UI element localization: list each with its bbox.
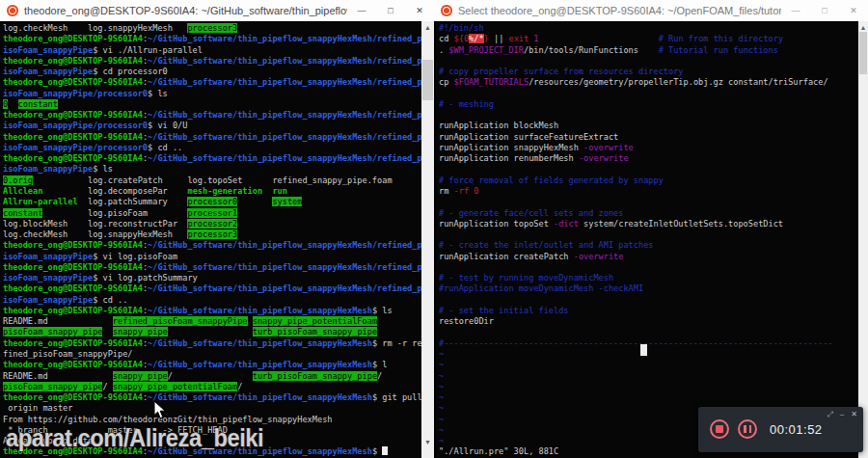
- terminal-line: theodore_ong@DESKTOP-9S60IA4:~/GitHub_so…: [3, 392, 421, 403]
- window-title: Select theodore_ong@DESKTOP-9S60IA4: ~/O…: [458, 5, 781, 16]
- terminal-line: runApplication createPatch -overwrite: [439, 252, 858, 262]
- right-scrollbar[interactable]: ▲: [858, 21, 868, 458]
- terminal-line: [439, 295, 858, 306]
- close-button[interactable]: ✕: [405, 0, 434, 21]
- recording-time: 00:01:52: [770, 422, 823, 437]
- minimize-button[interactable]: —: [347, 0, 376, 21]
- pause-icon: [744, 425, 751, 433]
- terminal-line: [439, 164, 858, 175]
- terminal-line: runApplication snappyHexMesh -overwrite: [439, 143, 858, 153]
- terminal-line: # - test by running moveDynamicMesh: [439, 273, 858, 283]
- window-controls: — □ ✕: [347, 0, 434, 21]
- terminal-line: [439, 56, 858, 67]
- terminal-line: rm -rf 0: [439, 186, 858, 197]
- terminal-line: pisoFoam_snappy_pipe/ snappy_pipe_potent…: [3, 382, 421, 392]
- left-scrollbar[interactable]: ▲ ▼: [421, 21, 434, 458]
- terminal-line: theodore_ong@DESKTOP-9S60IA4:~/GitHub_so…: [3, 34, 421, 44]
- scrollbar-thumb[interactable]: [422, 60, 433, 100]
- terminal-line: # - generate face/cell sets and zones: [439, 208, 858, 219]
- terminal-line: theodore_ong@DESKTOP-9S60IA4:~/GitHub_so…: [3, 360, 421, 370]
- terminal-line: Allrun-parallel log.patchSummary process…: [3, 197, 421, 207]
- terminal-line: theodore_ong@DESKTOP-9S60IA4:~/GitHub_so…: [3, 240, 421, 251]
- terminal-line: ~: [439, 371, 858, 382]
- terminal-line: theodore_ong@DESKTOP-9S60IA4:~/GitHub_so…: [3, 132, 421, 143]
- terminal-line: [439, 327, 858, 337]
- terminal-line: # - create the inlet/outlet and AMI patc…: [439, 240, 858, 251]
- terminal-line: theodore_ong@DESKTOP-9S60IA4:~/GitHub_so…: [3, 77, 421, 88]
- terminal-line: cp $FOAM_TUTORIALS/resources/geometry/pr…: [439, 77, 858, 88]
- terminal-line: isoFoam_snappyPipe$ ls: [3, 164, 421, 175]
- maximize-button[interactable]: □: [376, 0, 405, 21]
- recorder-close-button[interactable]: ✕: [851, 410, 857, 419]
- screen: theodore_ong@DESKTOP-9S60IA4: ~/GitHub_s…: [0, 0, 868, 458]
- scroll-up-icon[interactable]: ▲: [421, 21, 434, 34]
- terminal-line: ~: [439, 392, 858, 403]
- terminal-line: isoFoam_snappyPipe/processor0$ vi 0/U: [3, 121, 421, 131]
- terminal-line: #---------------------------------------…: [439, 338, 858, 349]
- window-title: theodore_ong@DESKTOP-9S60IA4: ~/GitHub_s…: [24, 5, 347, 16]
- terminal-line: runApplication renumberMesh -overwrite: [439, 153, 858, 164]
- vim-cursor: [640, 344, 647, 356]
- mouse-cursor: [153, 400, 167, 419]
- right-terminal-output[interactable]: #!/bin/shcd ${0%/*} || exit 1 # Run from…: [436, 21, 858, 458]
- terminal-line: [439, 110, 858, 121]
- terminal-line: theodore_ong@DESKTOP-9S60IA4:~/GitHub_so…: [3, 262, 421, 273]
- window-controls: — □ ✕: [781, 0, 868, 21]
- terminal-line: isoFoam_snappyPipe$ vi log.patchSummary: [3, 273, 421, 283]
- terminal-line: pisoFoam_snappy_pipe snappy_pipe turb_pi…: [3, 327, 421, 337]
- terminal-line: . $WM_PROJECT_DIR/bin/tools/RunFunctions…: [439, 45, 858, 56]
- terminal-line: README.md refined_pisoFoam_snappyPipe sn…: [3, 316, 421, 327]
- terminal-line: fined_pisoFoam_snappyPipe/: [3, 349, 421, 360]
- terminal-line: isoFoam_snappyPipe/processor0$ cd ..: [3, 143, 421, 153]
- terminal-line: runApplication blockMesh: [439, 121, 858, 131]
- terminal-line: isoFoam_snappyPipe$ vi log.pisoFoam: [3, 252, 421, 262]
- terminal-line: README.md snappy_pipe/ turb_pisoFoam_sna…: [3, 371, 421, 382]
- terminal-line: origin master: [3, 403, 421, 414]
- terminal-line: theodore_ong@DESKTOP-9S60IA4:~/GitHub_so…: [3, 283, 421, 294]
- recorder-window-controls: ⤢ – ✕: [827, 410, 857, 419]
- terminal-line: isoFoam_snappyPipe$ cd processor0: [3, 67, 421, 77]
- terminal-line: runApplication topoSet -dict system/crea…: [439, 219, 858, 229]
- terminal-line: [439, 229, 858, 240]
- terminal-line: #runApplication moveDynamicMesh -checkAM…: [439, 283, 858, 294]
- terminal-line: # - meshing: [439, 99, 858, 110]
- left-titlebar[interactable]: theodore_ong@DESKTOP-9S60IA4: ~/GitHub_s…: [0, 0, 434, 21]
- right-titlebar[interactable]: Select theodore_ong@DESKTOP-9S60IA4: ~/O…: [434, 0, 868, 21]
- ubuntu-icon: [7, 5, 18, 16]
- terminal-line: theodore_ong@DESKTOP-9S60IA4:~/GitHub_so…: [3, 338, 421, 349]
- scroll-down-icon[interactable]: ▼: [421, 436, 434, 448]
- close-button[interactable]: ✕: [839, 0, 868, 21]
- stop-recording-button[interactable]: [710, 419, 729, 439]
- terminal-line: [439, 89, 858, 99]
- minimize-button[interactable]: —: [781, 0, 810, 21]
- terminal-line: theodore_ong@DESKTOP-9S60IA4:~/GitHub_so…: [3, 153, 421, 164]
- terminal-line: # force removal of fields generated by s…: [439, 175, 858, 186]
- terminal-line: # - set the initial fields: [439, 306, 858, 316]
- terminal-line: ~: [439, 382, 858, 392]
- terminal-line: 0.orig log.createPatch log.topoSet refin…: [3, 175, 421, 186]
- terminal-line: # copy propeller surface from resources …: [439, 67, 858, 77]
- terminal-line: isoFoam_snappyPipe/processor0$ ls: [3, 89, 421, 99]
- left-terminal-output[interactable]: log.checkMesh log.snappyHexMesh processo…: [0, 21, 421, 458]
- terminal-line: log.checkMesh log.snappyHexMesh processo…: [3, 229, 421, 240]
- watermark: aparat.com/Alireza_beiki: [6, 424, 263, 452]
- terminal-line: ~: [439, 360, 858, 370]
- left-terminal-window: theodore_ong@DESKTOP-9S60IA4: ~/GitHub_s…: [0, 0, 434, 458]
- terminal-line: theodore_ong@DESKTOP-9S60IA4:~/GitHub_so…: [3, 56, 421, 67]
- terminal-line: log.checkMesh log.snappyHexMesh processo…: [3, 23, 421, 34]
- recorder-minimize-button[interactable]: –: [840, 410, 844, 419]
- terminal-line: constant log.pisoFoam processor1: [3, 208, 421, 219]
- terminal-line: 0 constant: [3, 99, 421, 110]
- terminal-line: theodore_ong@DESKTOP-9S60IA4:~/GitHub_so…: [3, 306, 421, 316]
- resize-icon[interactable]: ⤢: [827, 410, 832, 419]
- pause-recording-button[interactable]: [738, 419, 757, 439]
- terminal-line: isoFoam_snappyPipe$ cd ..: [3, 295, 421, 306]
- ubuntu-icon: [441, 5, 452, 16]
- right-terminal-window: Select theodore_ong@DESKTOP-9S60IA4: ~/O…: [434, 0, 868, 458]
- recording-widget: ⤢ – ✕ 00:01:52: [698, 407, 863, 452]
- scrollbar-thumb[interactable]: [859, 32, 867, 74]
- terminal-line: [439, 262, 858, 273]
- maximize-button[interactable]: □: [810, 0, 839, 21]
- terminal-line: isoFoam_snappyPipe$ vi ./Allrun-parallel: [3, 45, 421, 56]
- terminal-line: Allclean log.decomposePar mesh-generatio…: [3, 186, 421, 197]
